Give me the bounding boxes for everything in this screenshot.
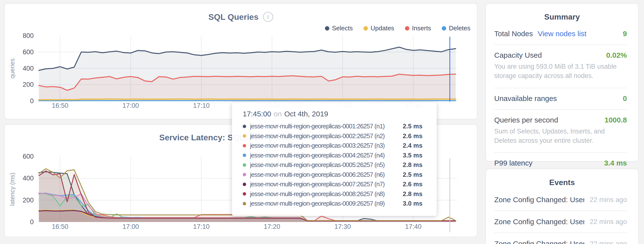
node-color-dot [243, 192, 246, 196]
node-color-dot [243, 183, 246, 186]
legend-item-updates[interactable]: Updates [364, 25, 394, 32]
node-color-dot [243, 202, 246, 205]
summary-row: Queries per second1000.8Sum of Selects, … [494, 110, 627, 153]
event-time: 22 mins ago [590, 218, 627, 226]
summary-heading: Summary [486, 13, 638, 22]
event-label: Zone Config Changed: User… [494, 239, 584, 244]
tooltip-timestamp: 17:45:00onOct 4th, 2019 [243, 110, 431, 118]
node-color-dot [243, 125, 246, 128]
view-nodes-list-link[interactable]: View nodes list [538, 30, 586, 38]
summary-note: You are using 593.0 MiB of 3.1 TiB usabl… [494, 62, 627, 81]
node-latency-value: 3.5 ms [403, 152, 431, 159]
chart-tooltip: 17:45:00onOct 4th, 2019 jesse-movr-multi… [232, 102, 437, 216]
summary-row: Total NodesView nodes list9 [494, 24, 627, 45]
node-color-dot [243, 134, 246, 138]
tooltip-row: jesse-movr-multi-region-georeplicas-0005… [243, 160, 431, 170]
summary-note: Sum of Selects, Updates, Inserts, and De… [494, 127, 627, 146]
summary-value: 0.02% [606, 51, 627, 59]
event-label: Zone Config Changed: User… [494, 218, 584, 226]
summary-row: Capacity Used0.02%You are using 593.0 Mi… [494, 45, 627, 88]
node-latency-value: 2.5 ms [403, 123, 431, 130]
tooltip-row: jesse-movr-multi-region-georeplicas-0006… [243, 170, 431, 180]
summary-panel: Summary Total NodesView nodes list9Capac… [486, 3, 639, 162]
tooltip-row: jesse-movr-multi-region-georeplicas-0001… [243, 121, 431, 131]
node-latency-value: 2.4 ms [403, 142, 431, 149]
summary-rows: Total NodesView nodes list9Capacity Used… [486, 24, 638, 174]
tooltip-row: jesse-movr-multi-region-georeplicas-0009… [243, 199, 431, 208]
summary-row: Unavailable ranges0 [494, 88, 627, 110]
sql-queries-title: SQL Queries i [4, 12, 478, 22]
node-name: jesse-movr-multi-region-georeplicas-0003… [250, 142, 403, 149]
legend-item-deletes[interactable]: Deletes [442, 25, 470, 32]
chart-legend: SelectsUpdatesInsertsDeletes [325, 25, 457, 32]
tooltip-joiner: on [271, 110, 284, 118]
events-rows: Zone Config Changed: User…22 mins agoZon… [486, 189, 638, 244]
summary-label: Unavailable ranges [494, 94, 557, 103]
event-row[interactable]: Zone Config Changed: User…22 mins ago [494, 211, 627, 233]
sql-queries-title-text: SQL Queries [208, 12, 258, 22]
node-name: jesse-movr-multi-region-georeplicas-0007… [250, 180, 403, 188]
tooltip-row: jesse-movr-multi-region-georeplicas-0007… [243, 179, 431, 189]
node-name: jesse-movr-multi-region-georeplicas-0001… [250, 123, 403, 130]
legend-label: Inserts [412, 25, 431, 32]
tooltip-row: jesse-movr-multi-region-georeplicas-0002… [243, 131, 431, 141]
cluster-overview-dashboard: 020040060080016:5017:0017:1017:2017:3017… [0, 0, 644, 244]
events-panel: Events Zone Config Changed: User…22 mins… [486, 169, 639, 244]
summary-value: 9 [623, 30, 627, 38]
event-time: 22 mins ago [590, 240, 627, 244]
node-color-dot [243, 154, 246, 157]
legend-label: Selects [332, 25, 353, 32]
summary-label: Capacity Used [494, 51, 542, 59]
node-latency-value: 2.6 ms [403, 132, 431, 140]
event-time: 22 mins ago [590, 196, 627, 204]
tooltip-rows: jesse-movr-multi-region-georeplicas-0001… [243, 121, 431, 208]
node-color-dot [243, 163, 246, 167]
events-heading: Events [486, 178, 638, 187]
node-name: jesse-movr-multi-region-georeplicas-0008… [250, 190, 403, 198]
node-name: jesse-movr-multi-region-georeplicas-0004… [250, 152, 403, 159]
event-row[interactable]: Zone Config Changed: User…22 mins ago [494, 189, 627, 211]
tooltip-date: Oct 4th, 2019 [284, 110, 328, 118]
summary-label: Queries per second [494, 116, 558, 124]
tooltip-row: jesse-movr-multi-region-georeplicas-0008… [243, 189, 431, 199]
info-icon[interactable]: i [263, 12, 273, 22]
node-name: jesse-movr-multi-region-georeplicas-0005… [250, 161, 403, 169]
tooltip-row: jesse-movr-multi-region-georeplicas-0003… [243, 141, 431, 151]
node-latency-value: 2.8 ms [403, 190, 431, 198]
tooltip-row: jesse-movr-multi-region-georeplicas-0004… [243, 151, 431, 160]
legend-dot [405, 26, 409, 31]
summary-label: P99 latency [494, 159, 532, 167]
node-name: jesse-movr-multi-region-georeplicas-0006… [250, 171, 403, 178]
node-latency-value: 2.8 ms [403, 161, 431, 169]
event-row[interactable]: Zone Config Changed: User…22 mins ago [494, 233, 627, 244]
node-name: jesse-movr-multi-region-georeplicas-0009… [250, 200, 403, 207]
node-latency-value: 2.5 ms [403, 171, 431, 178]
legend-label: Updates [370, 25, 394, 32]
summary-value: 1000.8 [604, 116, 627, 124]
tooltip-time: 17:45:00 [243, 110, 271, 118]
legend-dot [364, 26, 368, 31]
legend-dot [325, 26, 329, 31]
node-name: jesse-movr-multi-region-georeplicas-0002… [250, 132, 403, 140]
legend-label: Deletes [449, 25, 470, 32]
summary-label: Total Nodes [494, 30, 533, 38]
event-label: Zone Config Changed: User… [494, 196, 584, 204]
legend-item-inserts[interactable]: Inserts [405, 25, 431, 32]
node-color-dot [243, 144, 246, 147]
node-color-dot [243, 173, 246, 176]
node-latency-value: 3.0 ms [403, 200, 431, 207]
legend-item-selects[interactable]: Selects [325, 25, 353, 32]
node-latency-value: 2.6 ms [403, 180, 431, 188]
summary-value: 3.4 ms [604, 159, 627, 167]
summary-value: 0 [623, 94, 627, 103]
legend-dot [442, 26, 446, 31]
